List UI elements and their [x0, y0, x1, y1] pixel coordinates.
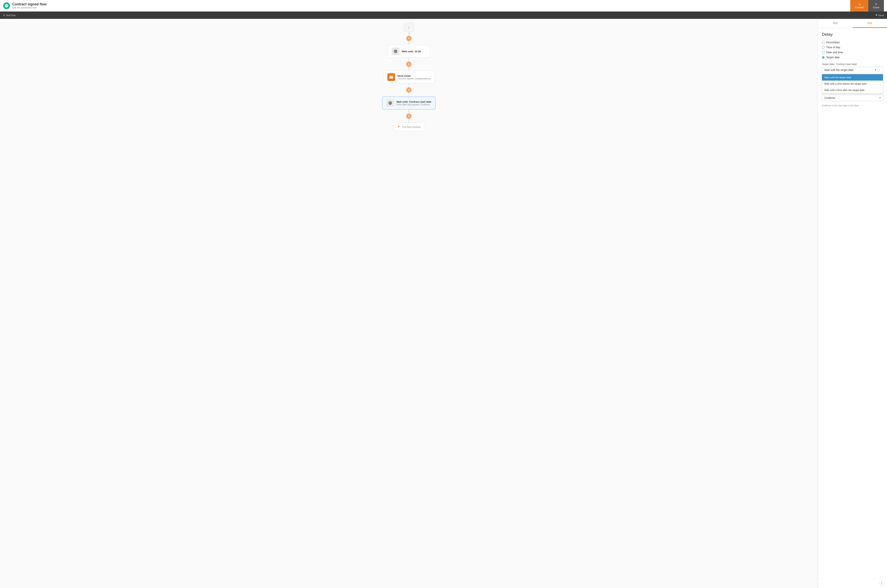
add-step-button-0[interactable]: + — [406, 36, 411, 41]
dropdown-wait-until-wrapper: Wait until the target date ▼ Wait until … — [822, 67, 883, 73]
tab-add[interactable]: Add — [818, 19, 852, 28]
edit-icon: ✏️ — [858, 3, 861, 6]
radio-hours-days-input[interactable] — [822, 41, 825, 44]
canvas: ↓ + Wait until: 10:00 + — [0, 19, 818, 588]
dropdown-option-0[interactable]: Wait until the target date — [822, 74, 883, 81]
top-bar-left: Contract signed flow Edit the automated … — [3, 2, 47, 9]
right-panel: Add Edit Delay Hours/days Time of day Da… — [818, 19, 887, 588]
dropdown-wait-until-trigger[interactable]: Wait until the target date ▼ — [822, 67, 883, 73]
flow-card-wait-until[interactable]: Wait until: 10:00 — [388, 45, 430, 58]
send-email-text: Send email Contract signed, congratulati… — [397, 74, 431, 80]
info-icon-button[interactable]: ℹ — [879, 581, 884, 586]
connector-3 — [409, 67, 409, 71]
continue-dropdown-wrapper: Continue ▼ — [822, 94, 883, 101]
flow-container: ↓ + Wait until: 10:00 + — [0, 23, 818, 131]
panel-body: Delay Hours/days Time of day Date and ti… — [818, 28, 887, 579]
down-arrow-icon: ↓ — [408, 25, 410, 30]
start-arrow-block: ↓ — [404, 23, 414, 32]
panel-title: Delay — [822, 32, 883, 37]
connector-5 — [409, 93, 409, 96]
dropdown-option-1[interactable]: Wait until a time before the target date — [822, 81, 883, 87]
tab-edit[interactable]: Edit — [852, 19, 887, 28]
target-date-field-label: Target date: 'Contract start date' — [822, 63, 883, 66]
sub-bar: ⊙ Test flow ⚑ Save — [0, 12, 887, 19]
delay-type-radio-group: Hours/days Time of day Date and time Tar… — [822, 41, 883, 59]
radio-target-date-input[interactable] — [822, 56, 825, 59]
close-button[interactable]: ✕ Close — [868, 0, 884, 12]
clock-icon-1 — [392, 48, 399, 55]
radio-date-and-time[interactable]: Date and time — [822, 51, 883, 54]
panel-tabs: Add Edit — [818, 19, 887, 28]
top-bar-right: ✏️ Content ✕ Close — [850, 0, 884, 12]
top-bar: Contract signed flow Edit the automated … — [0, 0, 887, 12]
x-icon: ✕ — [875, 3, 877, 6]
dropdown-menu: Wait until the target date Wait until a … — [822, 74, 883, 93]
connector-6 — [409, 110, 409, 114]
radio-target-date[interactable]: Target date — [822, 56, 883, 59]
app-subtitle: Edit the automated flow — [12, 6, 47, 9]
connector-4 — [409, 84, 409, 87]
panel-footer: ℹ — [818, 579, 887, 588]
radio-hours-days[interactable]: Hours/days — [822, 41, 883, 44]
radio-date-and-time-input[interactable] — [822, 51, 825, 54]
content-button[interactable]: ✏️ Content — [850, 0, 868, 12]
add-step-button-1[interactable]: + — [406, 62, 411, 67]
add-step-button-2[interactable]: + — [406, 87, 411, 93]
save-btn[interactable]: ⚑ Save — [875, 14, 884, 17]
logo-icon — [3, 2, 10, 9]
connector-2 — [409, 58, 409, 62]
app-info: Contract signed flow Edit the automated … — [12, 2, 47, 9]
continue-dropdown[interactable]: Continue — [822, 94, 883, 101]
test-flow-btn[interactable]: ⊙ Test flow — [3, 14, 16, 17]
contract-date-text: Wait until: Contract start date If the d… — [396, 100, 431, 106]
dropdown-option-2[interactable]: Wait until a time after the target date — [822, 87, 883, 93]
wait-until-text: Wait until: 10:00 — [402, 50, 426, 53]
app-title: Contract signed flow — [12, 2, 47, 6]
email-icon — [387, 73, 395, 81]
flag-icon: ⚑ — [397, 125, 400, 129]
hint-text: Continue to the next step in the flow — [822, 104, 883, 107]
connector-1 — [409, 41, 409, 45]
flow-card-contract-date[interactable]: Wait until: Contract start date If the d… — [382, 96, 435, 110]
flow-end-card: ⚑ The flow finishes — [393, 123, 425, 131]
radio-time-of-day[interactable]: Time of day — [822, 46, 883, 49]
connector-7 — [409, 119, 409, 123]
flow-card-send-email[interactable]: Send email Contract signed, congratulati… — [383, 71, 434, 84]
chevron-down-icon: ▼ — [874, 69, 877, 72]
main-layout: ↓ + Wait until: 10:00 + — [0, 19, 887, 588]
radio-time-of-day-input[interactable] — [822, 46, 825, 49]
connector-0 — [409, 32, 409, 36]
clock-icon-2 — [386, 99, 394, 107]
target-date-section: Target date: 'Contract start date' Wait … — [822, 63, 883, 87]
add-step-button-3[interactable]: + — [406, 114, 411, 119]
